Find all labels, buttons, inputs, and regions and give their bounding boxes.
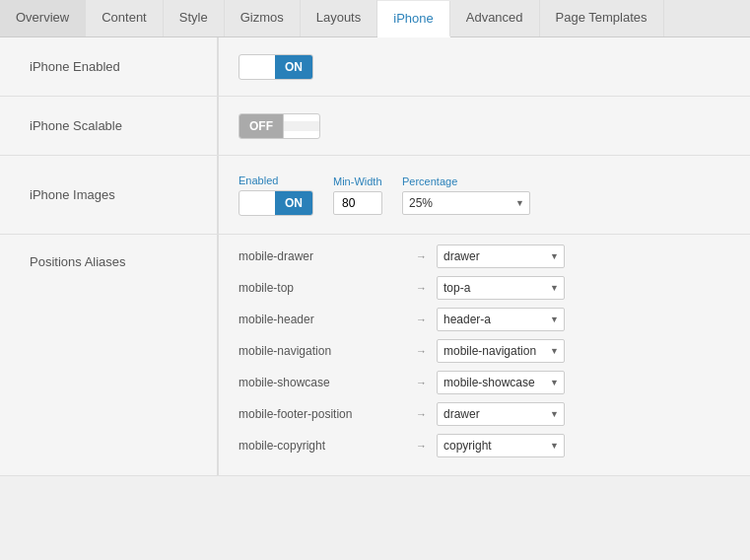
tab-layouts[interactable]: Layouts — [301, 0, 378, 36]
drawer-select[interactable]: drawertop-aheader-amobile-navigationmobi… — [437, 245, 565, 268]
position-name-mobile-showcase: mobile-showcase — [239, 376, 416, 389]
position-mobile-copyright: mobile-copyright → drawertop-aheader-amo… — [239, 434, 730, 457]
toggle-on-part[interactable] — [284, 121, 319, 131]
percentage-select[interactable]: 25% 50% 75% 100% — [402, 191, 530, 215]
position-name-mobile-copyright: mobile-copyright — [239, 439, 416, 453]
arrow-icon-3: → — [416, 345, 427, 357]
toggle-on-label[interactable]: ON — [275, 191, 312, 215]
iphone-images-row: iPhone Images Enabled ON Min-Width Perce… — [0, 156, 750, 235]
arrow-icon-4: → — [416, 377, 427, 388]
position-name-mobile-navigation: mobile-navigation — [239, 344, 416, 358]
positions-controls: mobile-drawer → drawertop-aheader-amobil… — [219, 235, 750, 475]
tab-gizmos[interactable]: Gizmos — [225, 0, 301, 36]
position-mobile-showcase: mobile-showcase → drawertop-aheader-amob… — [239, 371, 730, 394]
footer-select[interactable]: drawertop-aheader-amobile-navigationmobi… — [437, 402, 565, 426]
iphone-enabled-label: iPhone Enabled — [0, 59, 217, 74]
toggle-off-part[interactable] — [239, 198, 275, 208]
iphone-scalable-row: iPhone Scalable OFF — [0, 97, 750, 156]
iphone-images-label: iPhone Images — [0, 187, 217, 202]
positions-label: Positions Aliases — [0, 235, 217, 289]
position-name-mobile-header: mobile-header — [239, 313, 416, 326]
position-mobile-footer: mobile-footer-position → drawertop-ahead… — [239, 402, 730, 426]
arrow-icon-0: → — [416, 250, 427, 262]
position-name-mobile-footer: mobile-footer-position — [239, 407, 416, 421]
percentage-group: Percentage 25% 50% 75% 100% — [402, 175, 530, 215]
min-width-label: Min-Width — [333, 175, 382, 187]
iphone-scalable-label: iPhone Scalable — [0, 118, 217, 133]
iphone-enabled-control: ON — [219, 44, 750, 90]
arrow-icon-6: → — [416, 440, 427, 452]
arrow-icon-5: → — [416, 408, 427, 420]
tab-overview[interactable]: Overview — [0, 0, 86, 36]
iphone-enabled-row: iPhone Enabled ON — [0, 37, 750, 97]
toggle-off-label[interactable]: OFF — [239, 114, 284, 138]
tab-style[interactable]: Style — [164, 0, 225, 36]
enabled-label: Enabled — [239, 175, 313, 186]
iphone-scalable-control: OFF — [219, 104, 750, 149]
position-mobile-drawer: mobile-drawer → drawertop-aheader-amobil… — [239, 245, 730, 268]
tab-iphone[interactable]: iPhone — [377, 1, 449, 37]
images-controls-group: Enabled ON Min-Width Percentage 25% — [239, 175, 530, 216]
copyright-select[interactable]: drawertop-aheader-amobile-navigationmobi… — [437, 434, 565, 457]
top-select[interactable]: drawertop-aheader-amobile-navigationmobi… — [437, 276, 565, 300]
navigation-select[interactable]: drawertop-aheader-amobile-navigationmobi… — [437, 339, 565, 363]
iphone-images-toggle[interactable]: ON — [239, 190, 313, 216]
navigation-select-wrapper: drawertop-aheader-amobile-navigationmobi… — [437, 339, 565, 363]
footer-select-wrapper: drawertop-aheader-amobile-navigationmobi… — [437, 402, 565, 426]
tab-page-templates[interactable]: Page Templates — [540, 0, 664, 36]
tab-advanced[interactable]: Advanced — [450, 0, 540, 36]
toggle-on-label[interactable]: ON — [275, 55, 312, 79]
drawer-select-wrapper: drawertop-aheader-amobile-navigationmobi… — [437, 245, 565, 268]
iphone-scalable-toggle[interactable]: OFF — [239, 113, 320, 139]
percentage-label: Percentage — [402, 175, 530, 187]
position-mobile-header: mobile-header → drawertop-aheader-amobil… — [239, 308, 730, 331]
iphone-enabled-toggle[interactable]: ON — [239, 54, 313, 80]
showcase-select-wrapper: drawertop-aheader-amobile-navigationmobi… — [437, 371, 565, 394]
tabs-nav: Overview Content Style Gizmos Layouts iP… — [0, 0, 750, 37]
enabled-group: Enabled ON — [239, 175, 313, 216]
percentage-select-wrapper: 25% 50% 75% 100% — [402, 191, 530, 215]
position-mobile-navigation: mobile-navigation → drawertop-aheader-am… — [239, 339, 730, 363]
toggle-off-part[interactable] — [239, 62, 275, 72]
top-select-wrapper: drawertop-aheader-amobile-navigationmobi… — [437, 276, 565, 300]
arrow-icon-2: → — [416, 314, 427, 325]
position-mobile-top: mobile-top → drawertop-aheader-amobile-n… — [239, 276, 730, 300]
min-width-group: Min-Width — [333, 175, 382, 215]
showcase-select[interactable]: drawertop-aheader-amobile-navigationmobi… — [437, 371, 565, 394]
position-name-mobile-top: mobile-top — [239, 281, 416, 295]
iphone-images-control: Enabled ON Min-Width Percentage 25% — [219, 165, 750, 226]
arrow-icon-1: → — [416, 282, 427, 294]
header-select-wrapper: drawertop-aheader-amobile-navigationmobi… — [437, 308, 565, 331]
min-width-input[interactable] — [333, 191, 382, 215]
copyright-select-wrapper: drawertop-aheader-amobile-navigationmobi… — [437, 434, 565, 457]
settings-content: iPhone Enabled ON iPhone Scalable OFF iP… — [0, 37, 750, 476]
tab-content[interactable]: Content — [86, 0, 164, 36]
positions-aliases-row: Positions Aliases mobile-drawer → drawer… — [0, 235, 750, 476]
header-select[interactable]: drawertop-aheader-amobile-navigationmobi… — [437, 308, 565, 331]
position-name-mobile-drawer: mobile-drawer — [239, 249, 416, 263]
